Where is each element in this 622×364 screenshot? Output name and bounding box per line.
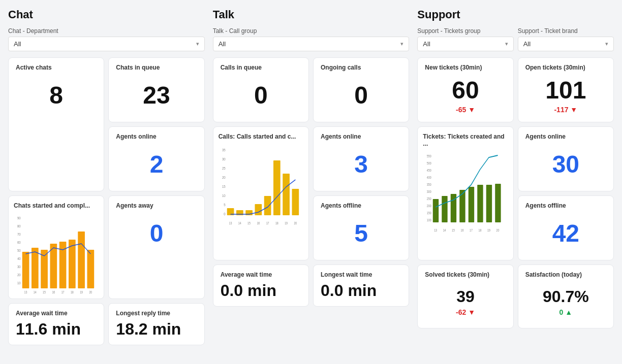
open-tickets-card: Open tickets (30min) 101 -117 ▼: [518, 57, 614, 122]
open-tickets-delta: -117 ▼: [554, 106, 577, 114]
support-filter2-label: Support - Ticket brand: [518, 27, 614, 35]
chat-stat1-value: 11.6 min: [16, 320, 97, 339]
svg-rect-66: [495, 184, 501, 222]
svg-text:35: 35: [222, 148, 226, 152]
support-stat1-card: Solved tickets (30min) 39 -62 ▼: [417, 264, 513, 328]
talk-filters: Talk - Call group All ▾: [213, 27, 410, 51]
svg-text:350: 350: [427, 182, 431, 186]
chats-in-queue-value: 23: [143, 82, 170, 109]
support-stat1-delta: -62 ▼: [456, 308, 475, 316]
svg-rect-36: [255, 204, 262, 215]
active-chats-card: Active chats 8: [8, 57, 104, 191]
active-chats-value: 8: [49, 82, 63, 109]
chat-chart-title: Chats started and compl...: [14, 202, 99, 209]
support-chart-card: Tickets: Tickets created and ... 550 500…: [417, 126, 513, 260]
svg-text:90: 90: [17, 216, 21, 220]
svg-text:20: 20: [17, 273, 21, 277]
chat-filter-select[interactable]: All ▾: [8, 37, 205, 51]
chat-agents-away-label: Agents away: [116, 202, 197, 209]
support-filter2-value: All: [523, 40, 531, 48]
chat-stat1-label: Average wait time: [16, 310, 97, 317]
svg-text:200: 200: [427, 204, 431, 208]
calls-in-queue-value-wrapper: 0: [221, 75, 301, 116]
support-stat1-label: Solved tickets (30min): [425, 271, 506, 278]
talk-chart: 35 30 25 20 15 10 5 0: [219, 144, 303, 225]
talk-stat1-label: Average wait time: [221, 271, 301, 278]
svg-rect-39: [283, 174, 290, 215]
chat-grid: Active chats 8 Chats in queue 23 Agents …: [8, 57, 205, 299]
svg-text:20: 20: [89, 290, 92, 294]
support-stat2-delta: 0 ▲: [559, 308, 573, 316]
chevron-down-icon: ▾: [196, 41, 199, 47]
svg-text:5: 5: [224, 203, 225, 207]
support-stat2-value: 90.7%: [543, 287, 589, 306]
svg-text:25: 25: [222, 166, 226, 171]
svg-text:17: 17: [61, 290, 65, 294]
svg-text:19: 19: [285, 221, 288, 225]
talk-agents-online-label: Agents online: [321, 133, 401, 140]
chat-stat2-card: Longest reply time 18.2 min: [108, 303, 204, 345]
talk-agents-offline-value-wrapper: 5: [321, 213, 401, 254]
chat-filter-label: Chat - Department: [8, 27, 205, 35]
talk-chart-card: Calls: Calls started and c... 35 30 25 2…: [213, 126, 309, 260]
svg-text:17: 17: [266, 221, 269, 225]
support-agents-offline-value-wrapper: 42: [525, 213, 606, 254]
active-chats-label: Active chats: [16, 64, 97, 71]
svg-text:450: 450: [427, 168, 431, 172]
svg-text:16: 16: [52, 290, 55, 294]
svg-text:70: 70: [17, 232, 21, 237]
chat-agents-online-label: Agents online: [116, 133, 197, 140]
talk-chart-title: Calls: Calls started and c...: [219, 133, 303, 140]
chat-section: Chat Chat - Department All ▾ Active chat…: [8, 8, 205, 345]
svg-rect-38: [273, 160, 281, 215]
talk-stat-row: Average wait time 0.0 min Longest wait t…: [213, 264, 410, 307]
talk-filter-label: Talk - Call group: [213, 27, 410, 35]
support-agents-offline-card: Agents offline 42: [518, 195, 614, 260]
chat-stat-row: Average wait time 11.6 min Longest reply…: [8, 303, 205, 345]
svg-text:80: 80: [17, 224, 21, 228]
chat-chart: 90 80 70 60 50 40 30 20 10: [14, 213, 99, 294]
support-filter2-select[interactable]: All ▾: [518, 37, 614, 51]
svg-text:19: 19: [80, 290, 83, 294]
svg-text:17: 17: [470, 228, 473, 232]
chevron-down-icon: ▾: [505, 41, 508, 47]
svg-text:100: 100: [427, 218, 431, 222]
talk-agents-offline-value: 5: [354, 220, 368, 247]
support-agents-online-card: Agents online 30: [518, 126, 614, 191]
svg-text:60: 60: [17, 240, 21, 245]
talk-agents-online-value: 3: [354, 151, 368, 178]
svg-text:20: 20: [294, 221, 297, 225]
ongoing-calls-card: Ongoing calls 0: [313, 57, 409, 122]
svg-text:16: 16: [461, 228, 464, 232]
svg-text:40: 40: [17, 256, 21, 261]
ongoing-calls-value: 0: [354, 82, 368, 109]
support-section: Support Support - Tickets group All ▾ Su…: [417, 8, 614, 345]
calls-in-queue-label: Calls in queue: [221, 64, 301, 71]
support-stat2-card: Satisfaction (today) 90.7% 0 ▲: [518, 264, 614, 328]
support-chart-title: Tickets: Tickets created and ...: [423, 133, 508, 147]
support-filter1-label: Support - Tickets group: [417, 27, 513, 35]
svg-text:550: 550: [427, 154, 431, 158]
new-tickets-delta: -65 ▼: [456, 106, 475, 114]
talk-stat2-value: 0.0 min: [321, 281, 401, 300]
svg-text:16: 16: [257, 221, 260, 225]
chat-agents-online-card: Agents online 2: [108, 126, 204, 191]
talk-filter-select[interactable]: All ▾: [213, 37, 410, 51]
talk-agents-online-card: Agents online 3: [313, 126, 409, 191]
chat-stat1-card: Average wait time 11.6 min: [8, 303, 104, 345]
talk-stat2-label: Longest wait time: [321, 271, 401, 278]
chat-agents-online-value: 2: [150, 151, 164, 178]
chat-chart-card: Chats started and compl... 90 80 70 60 5…: [8, 195, 104, 299]
svg-text:18: 18: [479, 228, 482, 232]
svg-rect-65: [486, 185, 492, 222]
talk-filter-value: All: [219, 40, 226, 48]
support-filter1-select[interactable]: All ▾: [417, 37, 513, 51]
svg-text:150: 150: [427, 211, 431, 215]
svg-text:50: 50: [17, 248, 21, 253]
svg-rect-59: [433, 199, 439, 222]
talk-stat1-value: 0.0 min: [221, 281, 301, 300]
new-tickets-card: New tickets (30min) 60 -65 ▼: [417, 57, 513, 122]
chats-in-queue-card: Chats in queue 23: [108, 57, 204, 122]
svg-text:20: 20: [496, 228, 500, 232]
svg-text:14: 14: [238, 221, 241, 225]
